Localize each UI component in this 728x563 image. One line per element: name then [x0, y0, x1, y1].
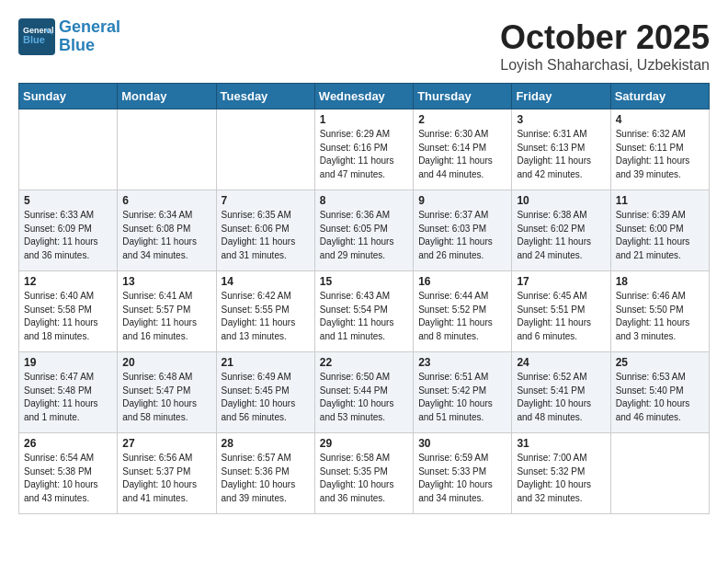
day-number: 8 — [320, 194, 408, 207]
calendar-week-3: 12Sunrise: 6:40 AM Sunset: 5:58 PM Dayli… — [19, 271, 710, 352]
day-number: 4 — [616, 113, 704, 126]
calendar-cell: 23Sunrise: 6:51 AM Sunset: 5:42 PM Dayli… — [414, 352, 512, 433]
calendar-cell: 5Sunrise: 6:33 AM Sunset: 6:09 PM Daylig… — [19, 190, 118, 271]
cell-details: Sunrise: 6:31 AM Sunset: 6:13 PM Dayligh… — [517, 128, 605, 181]
calendar-cell: 2Sunrise: 6:30 AM Sunset: 6:14 PM Daylig… — [414, 109, 512, 190]
day-number: 9 — [418, 194, 506, 207]
calendar-cell: 24Sunrise: 6:52 AM Sunset: 5:41 PM Dayli… — [512, 352, 610, 433]
calendar-table: SundayMondayTuesdayWednesdayThursdayFrid… — [18, 83, 710, 514]
calendar-cell: 29Sunrise: 6:58 AM Sunset: 5:35 PM Dayli… — [314, 433, 413, 514]
calendar-cell: 8Sunrise: 6:36 AM Sunset: 6:05 PM Daylig… — [314, 190, 413, 271]
cell-details: Sunrise: 6:56 AM Sunset: 5:37 PM Dayligh… — [122, 452, 210, 505]
cell-details: Sunrise: 6:47 AM Sunset: 5:48 PM Dayligh… — [24, 371, 112, 424]
day-number: 11 — [616, 194, 704, 207]
day-number: 21 — [222, 356, 310, 369]
day-number: 30 — [418, 437, 506, 450]
calendar-cell: 28Sunrise: 6:57 AM Sunset: 5:36 PM Dayli… — [216, 433, 314, 514]
calendar-cell: 26Sunrise: 6:54 AM Sunset: 5:38 PM Dayli… — [19, 433, 118, 514]
cell-details: Sunrise: 6:46 AM Sunset: 5:50 PM Dayligh… — [616, 290, 704, 343]
calendar-week-1: 1Sunrise: 6:29 AM Sunset: 6:16 PM Daylig… — [19, 109, 710, 190]
day-number: 31 — [517, 437, 605, 450]
calendar-cell: 14Sunrise: 6:42 AM Sunset: 5:55 PM Dayli… — [216, 271, 314, 352]
day-number: 18 — [616, 275, 704, 288]
cell-details: Sunrise: 6:42 AM Sunset: 5:55 PM Dayligh… — [222, 290, 310, 343]
cell-details: Sunrise: 6:45 AM Sunset: 5:51 PM Dayligh… — [517, 290, 605, 343]
calendar-cell: 1Sunrise: 6:29 AM Sunset: 6:16 PM Daylig… — [314, 109, 413, 190]
calendar-cell: 10Sunrise: 6:38 AM Sunset: 6:02 PM Dayli… — [512, 190, 610, 271]
cell-details: Sunrise: 6:35 AM Sunset: 6:06 PM Dayligh… — [222, 209, 310, 262]
cell-details: Sunrise: 6:34 AM Sunset: 6:08 PM Dayligh… — [122, 209, 210, 262]
cell-details: Sunrise: 6:57 AM Sunset: 5:36 PM Dayligh… — [222, 452, 310, 505]
calendar-week-4: 19Sunrise: 6:47 AM Sunset: 5:48 PM Dayli… — [19, 352, 710, 433]
cell-details: Sunrise: 6:36 AM Sunset: 6:05 PM Dayligh… — [320, 209, 408, 262]
column-header-saturday: Saturday — [610, 84, 709, 109]
day-number: 12 — [24, 275, 112, 288]
cell-details: Sunrise: 6:29 AM Sunset: 6:16 PM Dayligh… — [320, 128, 408, 181]
calendar-week-5: 26Sunrise: 6:54 AM Sunset: 5:38 PM Dayli… — [19, 433, 710, 514]
cell-details: Sunrise: 6:40 AM Sunset: 5:58 PM Dayligh… — [24, 290, 112, 343]
day-number: 23 — [418, 356, 506, 369]
cell-details: Sunrise: 6:49 AM Sunset: 5:45 PM Dayligh… — [222, 371, 310, 424]
column-header-friday: Friday — [512, 84, 610, 109]
column-header-monday: Monday — [118, 84, 216, 109]
cell-details: Sunrise: 6:50 AM Sunset: 5:44 PM Dayligh… — [320, 371, 408, 424]
day-number: 27 — [122, 437, 210, 450]
calendar-cell — [19, 109, 118, 190]
cell-details: Sunrise: 6:39 AM Sunset: 6:00 PM Dayligh… — [616, 209, 704, 262]
calendar-cell: 22Sunrise: 6:50 AM Sunset: 5:44 PM Dayli… — [314, 352, 413, 433]
day-number: 14 — [222, 275, 310, 288]
day-number: 7 — [222, 194, 310, 207]
calendar-cell — [118, 109, 216, 190]
day-number: 5 — [24, 194, 112, 207]
day-number: 24 — [517, 356, 605, 369]
calendar-cell: 16Sunrise: 6:44 AM Sunset: 5:52 PM Dayli… — [414, 271, 512, 352]
calendar-cell — [610, 433, 709, 514]
calendar-cell: 12Sunrise: 6:40 AM Sunset: 5:58 PM Dayli… — [19, 271, 118, 352]
cell-details: Sunrise: 6:41 AM Sunset: 5:57 PM Dayligh… — [122, 290, 210, 343]
month-title: October 2025 — [500, 18, 710, 57]
day-number: 20 — [122, 356, 210, 369]
day-number: 13 — [122, 275, 210, 288]
day-number: 1 — [320, 113, 408, 126]
logo-icon: General Blue — [18, 18, 55, 55]
calendar-cell: 20Sunrise: 6:48 AM Sunset: 5:47 PM Dayli… — [118, 352, 216, 433]
calendar-cell: 9Sunrise: 6:37 AM Sunset: 6:03 PM Daylig… — [414, 190, 512, 271]
logo-text: General Blue — [59, 18, 120, 55]
svg-text:Blue: Blue — [23, 34, 45, 45]
column-header-sunday: Sunday — [19, 84, 118, 109]
cell-details: Sunrise: 6:43 AM Sunset: 5:54 PM Dayligh… — [320, 290, 408, 343]
calendar-cell: 25Sunrise: 6:53 AM Sunset: 5:40 PM Dayli… — [610, 352, 709, 433]
column-header-tuesday: Tuesday — [216, 84, 314, 109]
calendar-cell: 3Sunrise: 6:31 AM Sunset: 6:13 PM Daylig… — [512, 109, 610, 190]
day-number: 16 — [418, 275, 506, 288]
calendar-cell: 7Sunrise: 6:35 AM Sunset: 6:06 PM Daylig… — [216, 190, 314, 271]
title-block: October 2025 Loyish Shaharchasi, Uzbekis… — [500, 18, 710, 74]
day-number: 29 — [320, 437, 408, 450]
calendar-week-2: 5Sunrise: 6:33 AM Sunset: 6:09 PM Daylig… — [19, 190, 710, 271]
column-header-thursday: Thursday — [414, 84, 512, 109]
day-number: 10 — [517, 194, 605, 207]
cell-details: Sunrise: 6:59 AM Sunset: 5:33 PM Dayligh… — [418, 452, 506, 505]
calendar-cell: 18Sunrise: 6:46 AM Sunset: 5:50 PM Dayli… — [610, 271, 709, 352]
cell-details: Sunrise: 6:37 AM Sunset: 6:03 PM Dayligh… — [418, 209, 506, 262]
calendar-cell: 4Sunrise: 6:32 AM Sunset: 6:11 PM Daylig… — [610, 109, 709, 190]
calendar-cell: 30Sunrise: 6:59 AM Sunset: 5:33 PM Dayli… — [414, 433, 512, 514]
day-number: 22 — [320, 356, 408, 369]
day-number: 19 — [24, 356, 112, 369]
cell-details: Sunrise: 6:33 AM Sunset: 6:09 PM Dayligh… — [24, 209, 112, 262]
cell-details: Sunrise: 6:52 AM Sunset: 5:41 PM Dayligh… — [517, 371, 605, 424]
cell-details: Sunrise: 6:51 AM Sunset: 5:42 PM Dayligh… — [418, 371, 506, 424]
page-header: General Blue General Blue October 2025 L… — [18, 18, 710, 74]
logo: General Blue General Blue — [18, 18, 120, 55]
cell-details: Sunrise: 6:48 AM Sunset: 5:47 PM Dayligh… — [122, 371, 210, 424]
day-number: 3 — [517, 113, 605, 126]
calendar-cell: 17Sunrise: 6:45 AM Sunset: 5:51 PM Dayli… — [512, 271, 610, 352]
cell-details: Sunrise: 6:54 AM Sunset: 5:38 PM Dayligh… — [24, 452, 112, 505]
day-number: 28 — [222, 437, 310, 450]
calendar-cell: 27Sunrise: 6:56 AM Sunset: 5:37 PM Dayli… — [118, 433, 216, 514]
cell-details: Sunrise: 6:58 AM Sunset: 5:35 PM Dayligh… — [320, 452, 408, 505]
cell-details: Sunrise: 6:30 AM Sunset: 6:14 PM Dayligh… — [418, 128, 506, 181]
day-number: 25 — [616, 356, 704, 369]
cell-details: Sunrise: 6:38 AM Sunset: 6:02 PM Dayligh… — [517, 209, 605, 262]
day-number: 15 — [320, 275, 408, 288]
